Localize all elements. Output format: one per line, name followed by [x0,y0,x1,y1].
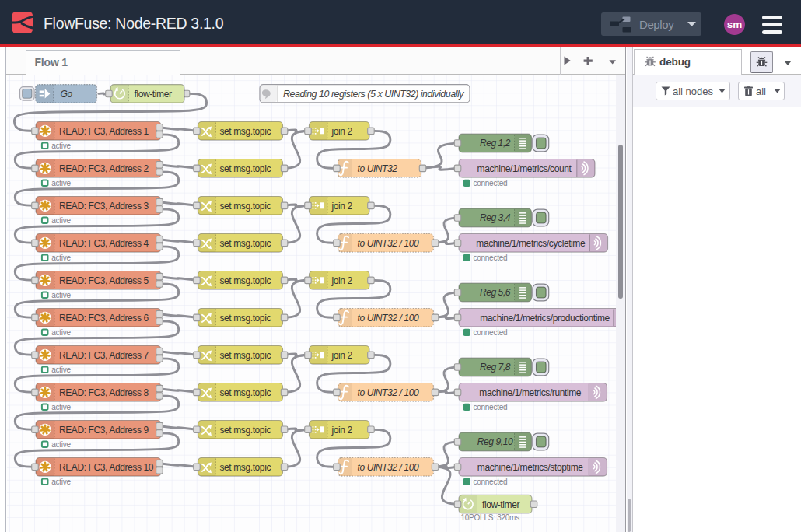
svg-text:READ: FC3, Address 10: READ: FC3, Address 10 [59,461,154,472]
svg-text:join 2: join 2 [331,349,352,360]
svg-text:join 2: join 2 [331,200,352,211]
svg-text:Reg 3,4: Reg 3,4 [479,212,510,223]
svg-text:connected: connected [473,327,507,336]
svg-text:to UINT32: to UINT32 [357,163,397,173]
svg-text:machine/1/metrics/count: machine/1/metrics/count [477,163,572,173]
svg-text:connected: connected [473,253,507,261]
svg-text:join 2: join 2 [331,275,352,285]
svg-text:set msg.topic: set msg.topic [219,275,271,285]
svg-text:active: active [51,477,71,485]
svg-text:set msg.topic: set msg.topic [219,163,271,173]
svg-text:connected: connected [473,477,507,485]
svg-text:active: active [51,327,71,336]
svg-text:connected: connected [473,178,507,187]
svg-text:machine/1/metrics/cycletime: machine/1/metrics/cycletime [476,237,586,248]
svg-text:join 2: join 2 [331,125,352,136]
svg-text:active: active [51,253,71,261]
svg-text:to UINT32 / 100: to UINT32 / 100 [357,387,418,397]
svg-text:machine/1/metrics/productionti: machine/1/metrics/productiontime [480,312,610,323]
svg-text:set msg.topic: set msg.topic [219,387,271,397]
svg-text:READ: FC3, Address 7: READ: FC3, Address 7 [59,349,149,360]
svg-text:set msg.topic: set msg.topic [219,125,271,136]
svg-text:10POLLS: 320ms: 10POLLS: 320ms [460,513,519,521]
svg-text:active: active [51,141,71,149]
svg-text:READ: FC3, Address 9: READ: FC3, Address 9 [59,424,149,435]
svg-text:Reading 10 registers (5 x UINT: Reading 10 registers (5 x UINT32) indivi… [283,88,464,99]
svg-text:set msg.topic: set msg.topic [219,200,271,211]
svg-text:Reg 1,2: Reg 1,2 [479,138,510,149]
svg-text:to UINT32 / 100: to UINT32 / 100 [357,461,418,472]
svg-text:machine/1/metrics/stoptime: machine/1/metrics/stoptime [477,461,582,472]
svg-text:Reg 7,8: Reg 7,8 [479,362,510,373]
svg-text:set msg.topic: set msg.topic [219,312,271,323]
svg-text:set msg.topic: set msg.topic [219,349,271,360]
svg-text:READ: FC3, Address 4: READ: FC3, Address 4 [59,237,149,248]
svg-text:READ: FC3, Address 3: READ: FC3, Address 3 [59,200,149,211]
svg-text:machine/1/metrics/runtime: machine/1/metrics/runtime [479,387,581,397]
svg-text:active: active [51,178,71,187]
svg-text:READ: FC3, Address 8: READ: FC3, Address 8 [59,387,149,397]
svg-text:active: active [51,439,71,448]
svg-text:READ: FC3, Address 5: READ: FC3, Address 5 [59,275,149,285]
svg-text:set msg.topic: set msg.topic [219,461,271,472]
svg-text:Reg 9,10: Reg 9,10 [477,436,512,447]
svg-text:connected: connected [473,402,507,411]
svg-text:READ: FC3, Address 1: READ: FC3, Address 1 [59,125,149,136]
svg-text:active: active [51,290,71,299]
svg-text:active: active [51,365,71,373]
svg-text:Reg 5,6: Reg 5,6 [479,287,510,298]
svg-text:READ: FC3, Address 6: READ: FC3, Address 6 [59,312,149,323]
svg-text:set msg.topic: set msg.topic [219,424,271,435]
svg-text:to UINT32 / 100: to UINT32 / 100 [357,312,418,323]
svg-text:set msg.topic: set msg.topic [219,237,271,248]
svg-text:active: active [51,215,71,224]
svg-text:active: active [51,402,71,411]
svg-text:READ: FC3, Address 2: READ: FC3, Address 2 [59,163,149,173]
svg-text:Go: Go [60,88,72,99]
svg-text:flow-timer: flow-timer [482,499,519,509]
svg-text:join 2: join 2 [331,424,352,435]
svg-text:to UINT32 / 100: to UINT32 / 100 [357,237,418,248]
svg-text:flow-timer: flow-timer [134,88,171,99]
